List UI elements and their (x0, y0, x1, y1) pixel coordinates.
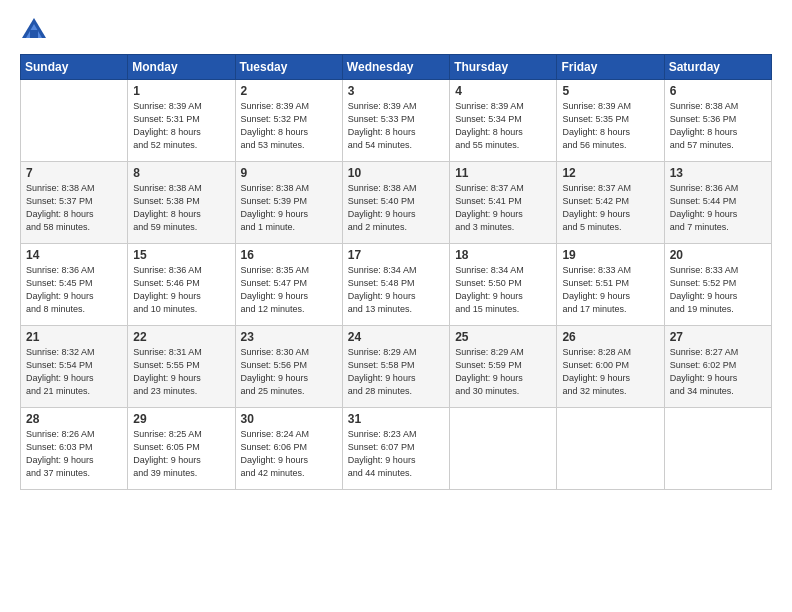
logo (20, 16, 52, 44)
day-info: Sunrise: 8:32 AMSunset: 5:54 PMDaylight:… (26, 346, 122, 398)
day-number: 4 (455, 84, 551, 98)
day-number: 22 (133, 330, 229, 344)
calendar-cell: 13Sunrise: 8:36 AMSunset: 5:44 PMDayligh… (664, 162, 771, 244)
day-number: 25 (455, 330, 551, 344)
day-number: 15 (133, 248, 229, 262)
day-info: Sunrise: 8:38 AMSunset: 5:38 PMDaylight:… (133, 182, 229, 234)
week-row-4: 28Sunrise: 8:26 AMSunset: 6:03 PMDayligh… (21, 408, 772, 490)
weekday-header-friday: Friday (557, 55, 664, 80)
calendar-cell: 17Sunrise: 8:34 AMSunset: 5:48 PMDayligh… (342, 244, 449, 326)
day-info: Sunrise: 8:37 AMSunset: 5:42 PMDaylight:… (562, 182, 658, 234)
day-number: 26 (562, 330, 658, 344)
week-row-0: 1Sunrise: 8:39 AMSunset: 5:31 PMDaylight… (21, 80, 772, 162)
calendar-cell: 10Sunrise: 8:38 AMSunset: 5:40 PMDayligh… (342, 162, 449, 244)
calendar-cell: 31Sunrise: 8:23 AMSunset: 6:07 PMDayligh… (342, 408, 449, 490)
day-info: Sunrise: 8:26 AMSunset: 6:03 PMDaylight:… (26, 428, 122, 480)
day-info: Sunrise: 8:30 AMSunset: 5:56 PMDaylight:… (241, 346, 337, 398)
calendar-cell: 24Sunrise: 8:29 AMSunset: 5:58 PMDayligh… (342, 326, 449, 408)
day-info: Sunrise: 8:39 AMSunset: 5:34 PMDaylight:… (455, 100, 551, 152)
calendar-cell: 7Sunrise: 8:38 AMSunset: 5:37 PMDaylight… (21, 162, 128, 244)
day-info: Sunrise: 8:27 AMSunset: 6:02 PMDaylight:… (670, 346, 766, 398)
logo-icon (20, 16, 48, 44)
day-number: 20 (670, 248, 766, 262)
day-number: 12 (562, 166, 658, 180)
calendar-cell: 26Sunrise: 8:28 AMSunset: 6:00 PMDayligh… (557, 326, 664, 408)
day-info: Sunrise: 8:23 AMSunset: 6:07 PMDaylight:… (348, 428, 444, 480)
calendar-cell (450, 408, 557, 490)
calendar-cell: 16Sunrise: 8:35 AMSunset: 5:47 PMDayligh… (235, 244, 342, 326)
day-info: Sunrise: 8:29 AMSunset: 5:58 PMDaylight:… (348, 346, 444, 398)
weekday-header-row: SundayMondayTuesdayWednesdayThursdayFrid… (21, 55, 772, 80)
weekday-header-wednesday: Wednesday (342, 55, 449, 80)
day-number: 27 (670, 330, 766, 344)
weekday-header-tuesday: Tuesday (235, 55, 342, 80)
calendar-cell: 12Sunrise: 8:37 AMSunset: 5:42 PMDayligh… (557, 162, 664, 244)
calendar-cell (557, 408, 664, 490)
day-info: Sunrise: 8:35 AMSunset: 5:47 PMDaylight:… (241, 264, 337, 316)
day-number: 13 (670, 166, 766, 180)
calendar-cell: 22Sunrise: 8:31 AMSunset: 5:55 PMDayligh… (128, 326, 235, 408)
calendar-cell: 6Sunrise: 8:38 AMSunset: 5:36 PMDaylight… (664, 80, 771, 162)
calendar-cell: 18Sunrise: 8:34 AMSunset: 5:50 PMDayligh… (450, 244, 557, 326)
calendar-cell: 27Sunrise: 8:27 AMSunset: 6:02 PMDayligh… (664, 326, 771, 408)
week-row-2: 14Sunrise: 8:36 AMSunset: 5:45 PMDayligh… (21, 244, 772, 326)
calendar-cell: 1Sunrise: 8:39 AMSunset: 5:31 PMDaylight… (128, 80, 235, 162)
day-info: Sunrise: 8:39 AMSunset: 5:33 PMDaylight:… (348, 100, 444, 152)
page: SundayMondayTuesdayWednesdayThursdayFrid… (0, 0, 792, 500)
day-info: Sunrise: 8:34 AMSunset: 5:48 PMDaylight:… (348, 264, 444, 316)
day-info: Sunrise: 8:28 AMSunset: 6:00 PMDaylight:… (562, 346, 658, 398)
calendar-table: SundayMondayTuesdayWednesdayThursdayFrid… (20, 54, 772, 490)
weekday-header-sunday: Sunday (21, 55, 128, 80)
svg-rect-2 (30, 30, 38, 38)
day-info: Sunrise: 8:38 AMSunset: 5:39 PMDaylight:… (241, 182, 337, 234)
calendar-cell: 2Sunrise: 8:39 AMSunset: 5:32 PMDaylight… (235, 80, 342, 162)
day-number: 10 (348, 166, 444, 180)
header (20, 16, 772, 44)
day-info: Sunrise: 8:29 AMSunset: 5:59 PMDaylight:… (455, 346, 551, 398)
calendar-cell: 15Sunrise: 8:36 AMSunset: 5:46 PMDayligh… (128, 244, 235, 326)
day-info: Sunrise: 8:24 AMSunset: 6:06 PMDaylight:… (241, 428, 337, 480)
calendar-cell: 4Sunrise: 8:39 AMSunset: 5:34 PMDaylight… (450, 80, 557, 162)
day-number: 17 (348, 248, 444, 262)
weekday-header-thursday: Thursday (450, 55, 557, 80)
day-number: 21 (26, 330, 122, 344)
day-info: Sunrise: 8:39 AMSunset: 5:32 PMDaylight:… (241, 100, 337, 152)
calendar-cell: 14Sunrise: 8:36 AMSunset: 5:45 PMDayligh… (21, 244, 128, 326)
day-info: Sunrise: 8:33 AMSunset: 5:52 PMDaylight:… (670, 264, 766, 316)
day-number: 3 (348, 84, 444, 98)
weekday-header-monday: Monday (128, 55, 235, 80)
day-number: 8 (133, 166, 229, 180)
calendar-cell: 30Sunrise: 8:24 AMSunset: 6:06 PMDayligh… (235, 408, 342, 490)
day-info: Sunrise: 8:38 AMSunset: 5:36 PMDaylight:… (670, 100, 766, 152)
calendar-cell: 25Sunrise: 8:29 AMSunset: 5:59 PMDayligh… (450, 326, 557, 408)
day-info: Sunrise: 8:36 AMSunset: 5:44 PMDaylight:… (670, 182, 766, 234)
day-number: 2 (241, 84, 337, 98)
day-number: 23 (241, 330, 337, 344)
day-info: Sunrise: 8:39 AMSunset: 5:31 PMDaylight:… (133, 100, 229, 152)
day-info: Sunrise: 8:34 AMSunset: 5:50 PMDaylight:… (455, 264, 551, 316)
day-number: 16 (241, 248, 337, 262)
day-info: Sunrise: 8:38 AMSunset: 5:40 PMDaylight:… (348, 182, 444, 234)
day-number: 1 (133, 84, 229, 98)
calendar-cell (21, 80, 128, 162)
day-number: 18 (455, 248, 551, 262)
calendar-cell: 20Sunrise: 8:33 AMSunset: 5:52 PMDayligh… (664, 244, 771, 326)
day-number: 9 (241, 166, 337, 180)
day-number: 11 (455, 166, 551, 180)
day-number: 30 (241, 412, 337, 426)
calendar-cell: 21Sunrise: 8:32 AMSunset: 5:54 PMDayligh… (21, 326, 128, 408)
day-info: Sunrise: 8:25 AMSunset: 6:05 PMDaylight:… (133, 428, 229, 480)
week-row-3: 21Sunrise: 8:32 AMSunset: 5:54 PMDayligh… (21, 326, 772, 408)
day-info: Sunrise: 8:36 AMSunset: 5:46 PMDaylight:… (133, 264, 229, 316)
calendar-cell: 3Sunrise: 8:39 AMSunset: 5:33 PMDaylight… (342, 80, 449, 162)
day-number: 28 (26, 412, 122, 426)
calendar-cell (664, 408, 771, 490)
calendar-cell: 29Sunrise: 8:25 AMSunset: 6:05 PMDayligh… (128, 408, 235, 490)
calendar-cell: 28Sunrise: 8:26 AMSunset: 6:03 PMDayligh… (21, 408, 128, 490)
week-row-1: 7Sunrise: 8:38 AMSunset: 5:37 PMDaylight… (21, 162, 772, 244)
day-number: 19 (562, 248, 658, 262)
day-number: 24 (348, 330, 444, 344)
day-info: Sunrise: 8:33 AMSunset: 5:51 PMDaylight:… (562, 264, 658, 316)
day-info: Sunrise: 8:37 AMSunset: 5:41 PMDaylight:… (455, 182, 551, 234)
day-number: 5 (562, 84, 658, 98)
